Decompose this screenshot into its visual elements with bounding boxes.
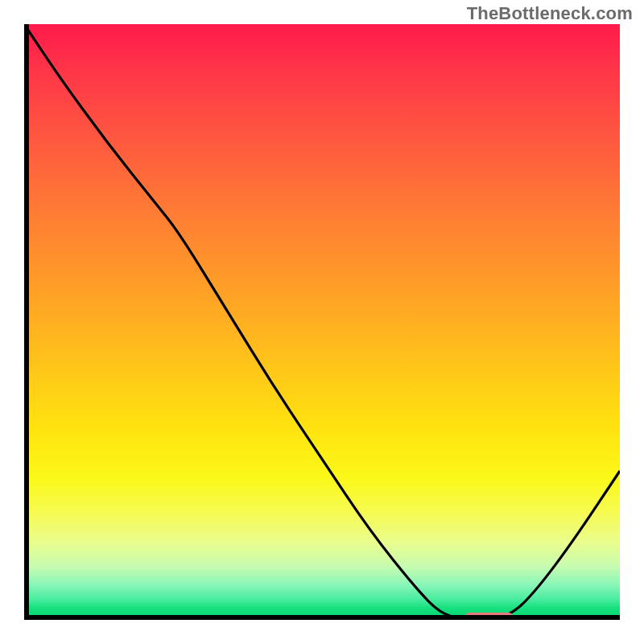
bottleneck-curve-path — [24, 24, 620, 620]
plot-area — [24, 24, 620, 620]
watermark-text: TheBottleneck.com — [467, 3, 633, 24]
optimal-range-marker — [465, 613, 513, 620]
line-curve — [24, 24, 620, 620]
chart-container: TheBottleneck.com — [0, 0, 644, 644]
